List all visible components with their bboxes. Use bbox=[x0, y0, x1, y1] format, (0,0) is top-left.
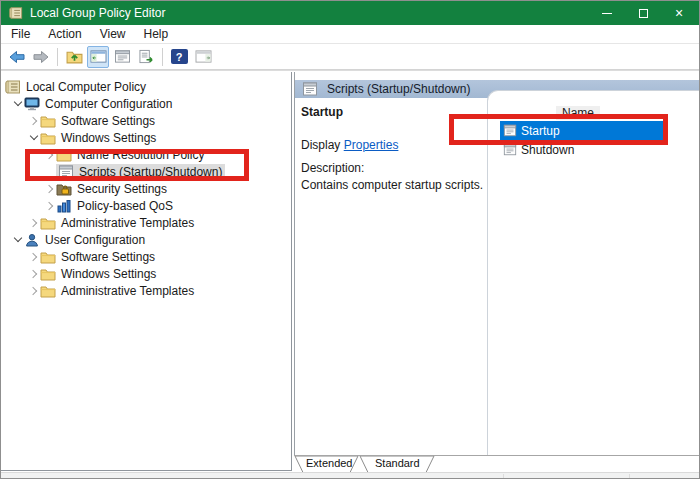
tree-item-user-administrative-templates[interactable]: Administrative Templates bbox=[1, 282, 291, 299]
properties-button[interactable] bbox=[111, 46, 133, 68]
tree-item-name-resolution-policy[interactable]: Name Resolution Policy bbox=[1, 146, 291, 163]
tree-item-windows-settings[interactable]: Windows Settings bbox=[1, 129, 291, 146]
chevron-collapsed-icon[interactable] bbox=[43, 199, 56, 212]
chevron-collapsed-icon[interactable] bbox=[27, 267, 40, 280]
display-properties-row: Display Properties bbox=[301, 138, 398, 152]
list-item-label: Startup bbox=[521, 124, 560, 138]
tree-item-label: User Configuration bbox=[45, 233, 145, 247]
tree-item-label: Security Settings bbox=[77, 182, 167, 196]
forward-arrow-icon bbox=[32, 49, 50, 65]
scripts-icon bbox=[503, 124, 517, 138]
scripts-icon bbox=[503, 143, 517, 157]
gpedit-window: Local Group Policy Editor × File Action … bbox=[0, 0, 700, 479]
items-list-panel: Name Startup Shutdown bbox=[487, 90, 699, 455]
folder-icon bbox=[40, 114, 56, 128]
tree-item-scripts-startup-shutdown[interactable]: Scripts (Startup/Shutdown) bbox=[1, 163, 291, 180]
tree-item-label: Windows Settings bbox=[61, 267, 156, 281]
policy-scroll-icon bbox=[5, 80, 21, 94]
show-action-pane-button[interactable] bbox=[192, 46, 214, 68]
tree-item-security-settings[interactable]: Security Settings bbox=[1, 180, 291, 197]
menu-file[interactable]: File bbox=[1, 25, 39, 43]
export-list-icon bbox=[138, 49, 155, 64]
selected-item-title: Startup bbox=[301, 105, 343, 119]
chevron-collapsed-icon[interactable] bbox=[27, 250, 40, 263]
security-icon bbox=[56, 182, 72, 196]
folder-icon bbox=[40, 267, 56, 281]
menu-bar: File Action View Help bbox=[1, 25, 699, 44]
status-separator bbox=[503, 474, 504, 479]
tree-item-user-windows-settings[interactable]: Windows Settings bbox=[1, 265, 291, 282]
close-icon: × bbox=[675, 6, 683, 20]
folder-icon bbox=[40, 131, 56, 145]
list-item-shutdown[interactable]: Shutdown bbox=[500, 140, 665, 159]
show-console-tree-button[interactable] bbox=[87, 46, 109, 68]
chevron-placeholder bbox=[43, 165, 56, 178]
toolbar-separator bbox=[57, 48, 58, 66]
chevron-collapsed-icon[interactable] bbox=[27, 284, 40, 297]
details-header-title: Scripts (Startup/Shutdown) bbox=[327, 82, 470, 96]
menu-view[interactable]: View bbox=[91, 25, 135, 43]
toolbar-separator bbox=[162, 48, 163, 66]
maximize-icon bbox=[639, 9, 648, 18]
tab-extended[interactable]: Extended bbox=[306, 457, 352, 469]
folder-icon bbox=[40, 284, 56, 298]
tree-item-administrative-templates[interactable]: Administrative Templates bbox=[1, 214, 291, 231]
tab-standard[interactable]: Standard bbox=[375, 457, 420, 469]
tree-item-label: Local Computer Policy bbox=[26, 80, 146, 94]
scripts-icon bbox=[302, 82, 318, 96]
description-text: Contains computer startup scripts. bbox=[301, 178, 483, 192]
chevron-collapsed-icon[interactable] bbox=[43, 182, 56, 195]
tree-item-user-software-settings[interactable]: Software Settings bbox=[1, 248, 291, 265]
menu-help[interactable]: Help bbox=[135, 25, 178, 43]
title-bar: Local Group Policy Editor × bbox=[1, 1, 699, 25]
up-one-level-button[interactable] bbox=[63, 46, 85, 68]
status-separator bbox=[629, 474, 630, 479]
action-pane-icon bbox=[195, 49, 212, 64]
list-item-startup[interactable]: Startup bbox=[500, 121, 665, 140]
forward-button[interactable] bbox=[30, 46, 52, 68]
tree-item-label: Name Resolution Policy bbox=[77, 148, 204, 162]
help-icon: ? bbox=[171, 49, 188, 64]
console-tree-icon bbox=[90, 49, 107, 64]
chevron-collapsed-icon[interactable] bbox=[27, 216, 40, 229]
details-pane: Scripts (Startup/Shutdown) Name Startup … bbox=[294, 72, 699, 455]
properties-icon bbox=[114, 49, 131, 64]
toolbar: ? bbox=[1, 44, 699, 70]
tree-item-policy-based-qos[interactable]: Policy-based QoS bbox=[1, 197, 291, 214]
tree-item-label: Software Settings bbox=[61, 114, 155, 128]
properties-link[interactable]: Properties bbox=[344, 138, 399, 152]
chevron-expanded-icon[interactable] bbox=[27, 131, 40, 144]
tree-item-label: Windows Settings bbox=[61, 131, 156, 145]
minimize-icon bbox=[602, 13, 612, 14]
console-tree-pane[interactable]: Local Computer Policy Computer Configura… bbox=[1, 72, 292, 471]
chevron-collapsed-icon[interactable] bbox=[43, 148, 56, 161]
view-tab-strip: Extended Standard bbox=[294, 455, 699, 473]
chevron-expanded-icon[interactable] bbox=[11, 233, 24, 246]
name-column-header[interactable]: Name bbox=[488, 106, 668, 120]
tree-selected-highlight: Scripts (Startup/Shutdown) bbox=[56, 164, 225, 180]
chevron-expanded-icon[interactable] bbox=[11, 97, 24, 110]
export-list-button[interactable] bbox=[135, 46, 157, 68]
tree-item-label: Scripts (Startup/Shutdown) bbox=[79, 165, 222, 179]
tree-item-label: Computer Configuration bbox=[45, 97, 172, 111]
menu-action[interactable]: Action bbox=[39, 25, 90, 43]
tree-item-software-settings[interactable]: Software Settings bbox=[1, 112, 291, 129]
back-arrow-icon bbox=[8, 49, 26, 65]
tree-item-local-computer-policy[interactable]: Local Computer Policy bbox=[1, 78, 291, 95]
tree-item-computer-configuration[interactable]: Computer Configuration bbox=[1, 95, 291, 112]
qos-chart-icon bbox=[56, 199, 72, 213]
caption-buttons: × bbox=[589, 1, 697, 25]
tree-item-label: Administrative Templates bbox=[61, 284, 194, 298]
close-button[interactable]: × bbox=[661, 1, 697, 25]
display-label: Display bbox=[301, 138, 340, 152]
minimize-button[interactable] bbox=[589, 1, 625, 25]
maximize-button[interactable] bbox=[625, 1, 661, 25]
tree-item-user-configuration[interactable]: User Configuration bbox=[1, 231, 291, 248]
main-area: Local Computer Policy Computer Configura… bbox=[1, 70, 699, 472]
back-button[interactable] bbox=[6, 46, 28, 68]
help-button[interactable]: ? bbox=[168, 46, 190, 68]
description-label: Description: bbox=[301, 161, 364, 175]
chevron-collapsed-icon[interactable] bbox=[27, 114, 40, 127]
list-item-label: Shutdown bbox=[521, 143, 574, 157]
gpedit-scroll-icon bbox=[9, 6, 23, 20]
